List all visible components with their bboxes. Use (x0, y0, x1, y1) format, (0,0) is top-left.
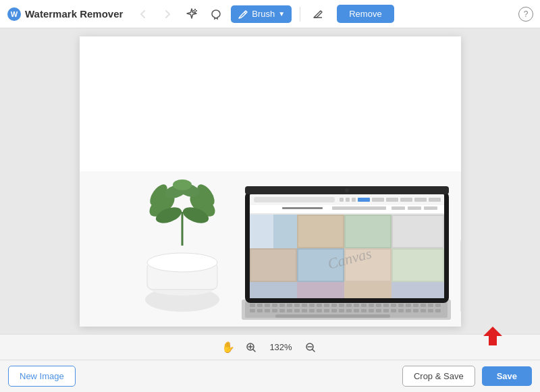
footer: New Image Crop & Save Save (0, 360, 540, 392)
svg-rect-29 (302, 304, 307, 307)
svg-rect-92 (282, 207, 323, 209)
svg-rect-89 (414, 198, 427, 202)
save-label: Save (497, 371, 517, 381)
svg-rect-43 (406, 304, 411, 307)
svg-rect-82 (340, 198, 344, 202)
help-label: ? (524, 9, 529, 19)
svg-point-9 (147, 253, 217, 272)
svg-rect-62 (354, 309, 359, 312)
brush-label: Brush (252, 9, 275, 19)
toolbar-right: ? (518, 7, 533, 22)
svg-rect-37 (361, 304, 367, 307)
svg-rect-51 (272, 309, 277, 312)
svg-rect-48 (250, 309, 255, 312)
scene-svg: Canvas (80, 36, 461, 327)
svg-rect-50 (265, 309, 270, 312)
svg-rect-116 (297, 282, 344, 298)
svg-rect-87 (386, 198, 398, 202)
svg-rect-108 (251, 250, 296, 281)
svg-rect-53 (287, 309, 292, 312)
crop-save-label: Crop & Save (414, 371, 464, 381)
svg-rect-33 (331, 304, 337, 307)
svg-rect-56 (309, 309, 315, 312)
svg-rect-23 (257, 304, 263, 307)
zoom-bar: ✋ 132% (0, 334, 540, 360)
down-arrow-hint (479, 323, 506, 354)
svg-rect-38 (369, 304, 374, 307)
remove-button[interactable]: Remove (337, 5, 394, 23)
crop-save-button[interactable]: Crop & Save (402, 366, 475, 387)
new-image-label: New Image (20, 371, 64, 381)
app-title: Watermark Remover (25, 8, 123, 20)
svg-rect-25 (272, 304, 277, 307)
hand-tool-icon[interactable]: ✋ (221, 341, 235, 354)
svg-text:W: W (11, 10, 18, 18)
svg-rect-41 (391, 304, 396, 307)
zoom-level: 132% (267, 342, 294, 352)
svg-rect-65 (376, 309, 381, 312)
svg-rect-55 (302, 309, 307, 312)
svg-rect-83 (346, 198, 350, 202)
eraser-button[interactable] (308, 5, 327, 24)
svg-rect-69 (406, 309, 411, 312)
new-image-button[interactable]: New Image (8, 366, 76, 387)
lasso-button[interactable] (207, 5, 225, 24)
svg-rect-93 (332, 206, 386, 210)
svg-rect-30 (309, 304, 315, 307)
magic-button[interactable] (182, 5, 201, 24)
save-button[interactable]: Save (482, 366, 532, 386)
brush-button[interactable]: Brush ▼ (231, 5, 292, 23)
svg-rect-94 (392, 206, 405, 210)
svg-line-136 (313, 349, 315, 352)
svg-rect-54 (294, 309, 300, 312)
photo-content: Canvas (80, 36, 461, 327)
svg-point-78 (345, 188, 349, 192)
zoom-in-button[interactable] (243, 339, 259, 356)
svg-rect-104 (346, 216, 390, 247)
svg-rect-64 (369, 309, 374, 312)
svg-rect-114 (393, 250, 443, 281)
svg-rect-95 (408, 206, 421, 210)
zoom-out-button[interactable] (302, 339, 319, 356)
svg-rect-58 (324, 309, 329, 312)
svg-rect-73 (435, 309, 441, 312)
svg-rect-66 (383, 309, 389, 312)
remove-label: Remove (349, 9, 381, 19)
svg-rect-46 (428, 304, 433, 307)
svg-rect-44 (413, 304, 418, 307)
svg-rect-40 (383, 304, 389, 307)
forward-button[interactable] (158, 5, 177, 24)
svg-rect-71 (421, 309, 426, 312)
svg-rect-85 (358, 198, 370, 202)
svg-rect-67 (391, 309, 396, 312)
svg-rect-39 (376, 304, 381, 307)
svg-rect-96 (424, 206, 437, 210)
help-button[interactable]: ? (518, 7, 533, 22)
brush-chevron: ▼ (278, 10, 285, 18)
svg-rect-47 (435, 304, 441, 307)
svg-rect-59 (331, 309, 337, 312)
svg-rect-36 (354, 304, 359, 307)
svg-rect-60 (339, 309, 344, 312)
main-area: Canvas (0, 28, 540, 334)
svg-rect-49 (257, 309, 263, 312)
svg-rect-70 (413, 309, 418, 312)
divider-1 (300, 7, 300, 22)
svg-rect-27 (287, 304, 292, 307)
svg-rect-35 (346, 304, 352, 307)
svg-rect-42 (398, 304, 404, 307)
canvas-container[interactable]: Canvas (80, 36, 461, 327)
app-logo-icon: W (7, 7, 22, 22)
svg-rect-45 (421, 304, 426, 307)
svg-rect-24 (265, 304, 270, 307)
svg-rect-52 (279, 309, 285, 312)
toolbar: W Watermark Remover Brush ▼ (0, 0, 540, 28)
svg-rect-102 (298, 216, 343, 247)
svg-rect-118 (392, 282, 444, 298)
svg-rect-57 (317, 309, 322, 312)
svg-marker-138 (483, 327, 502, 345)
svg-rect-115 (250, 282, 297, 298)
svg-rect-22 (250, 304, 255, 307)
back-button[interactable] (134, 5, 153, 24)
svg-rect-68 (398, 309, 404, 312)
